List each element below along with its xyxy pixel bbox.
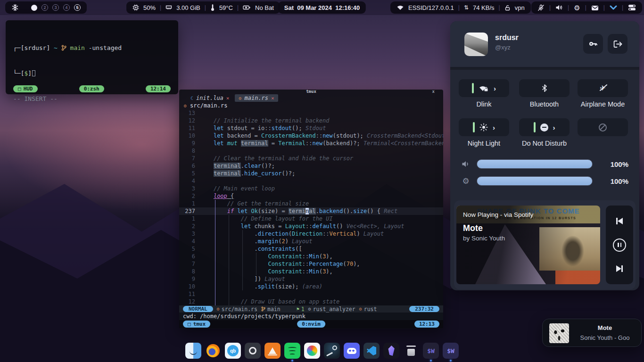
lsp-name: rust_analyzer (313, 306, 355, 313)
code-area[interactable]: 1312 // Initialize the terminal backend1… (179, 109, 443, 305)
avatar (464, 33, 488, 56)
chevron-down-icon[interactable] (610, 5, 617, 10)
track-title: Mote (463, 223, 483, 233)
logout-button[interactable] (608, 34, 627, 54)
rust-file-icon: ⚙ (239, 96, 241, 101)
tmux-session-pill[interactable]: □HUD (13, 85, 38, 92)
media-controls (606, 206, 633, 284)
workspace-4[interactable]: 4 (63, 4, 70, 11)
dock-item-steam[interactable] (324, 343, 340, 359)
previous-track-button[interactable] (612, 214, 627, 228)
distro-logo-icon[interactable] (11, 4, 19, 11)
chevron-right-icon[interactable]: › (494, 84, 496, 92)
tmux-session-pill[interactable]: □tmux (183, 321, 210, 328)
running-indicator (430, 360, 432, 362)
toggle-disabled[interactable] (578, 118, 628, 136)
track-artist: by Sonic Youth (463, 235, 505, 242)
tmux-window-pill[interactable]: 0:zsh (79, 85, 104, 92)
user-name: srdusr (495, 33, 519, 42)
editor-window[interactable]: tmux x ☾ init.lua × ⚙ main.rs × ⚙ src/ma… (179, 90, 443, 329)
network-module: ESSID/127.0.0.1 | ⇅ 74 KB/s | vpn (390, 1, 531, 14)
brightness-slider[interactable] (477, 176, 593, 186)
tmux-window-pill[interactable]: 0:nvim (297, 321, 325, 328)
settings-gear-icon[interactable]: ⚙ (574, 4, 580, 11)
volume-icon[interactable] (555, 4, 563, 11)
dock-item-obsidian[interactable] (383, 343, 399, 359)
toggle-night-light[interactable]: › (459, 118, 509, 136)
dock-item-photos[interactable] (304, 343, 320, 359)
code-line: 7 // Clear the terminal and hide the cur… (179, 155, 443, 162)
bluetooth-off-icon (541, 84, 548, 92)
chevron-right-icon[interactable]: › (493, 123, 495, 132)
window-title: tmux (306, 90, 316, 94)
vpn-lock-icon (504, 5, 511, 11)
next-track-button[interactable] (612, 262, 627, 276)
tray-module: | | ⚙ | | | (531, 1, 642, 14)
net-speed-icon: ⇅ (464, 4, 469, 11)
dock-item-spotify[interactable] (284, 343, 300, 359)
workspace-1-active[interactable] (31, 5, 37, 11)
panel-divider (450, 67, 639, 70)
date-time: Sat 09 Mar 2024 12:16:40 (284, 4, 360, 11)
code-line: 237 if let Ok(size) = terminal.backend()… (179, 207, 443, 215)
git-branch-icon (61, 44, 66, 51)
notification-album-thumbnail (549, 323, 569, 343)
dock-item-vscode[interactable] (363, 343, 380, 359)
tab-close-icon[interactable]: × (271, 95, 274, 101)
microphone-muted-icon[interactable] (537, 4, 545, 11)
album-art[interactable]: SHAPE OF PUNK TO COME A CHIMERICAL BOMBI… (456, 206, 600, 284)
dock-item-obs[interactable] (245, 343, 261, 359)
diagnostic-count: 1 (301, 306, 305, 313)
code-line: 11 (179, 290, 443, 298)
toggle-do-not-disturb[interactable]: › (519, 118, 570, 136)
pause-button[interactable] (612, 238, 627, 252)
tab-close-icon[interactable]: × (226, 95, 230, 101)
tab-init-lua[interactable]: ☾ init.lua × (187, 94, 233, 102)
terminal-window[interactable]: ┌─[srdusr] ~ main -unstaged └─[$] -- INS… (6, 20, 178, 94)
temperature: 59°C (219, 4, 233, 11)
toggles-icon[interactable] (628, 4, 636, 11)
clock-module[interactable]: Sat 09 Mar 2024 12:16:40 (278, 1, 366, 14)
toggle-wifi-dlink[interactable]: › (459, 79, 509, 97)
code-line: 4 .margin(2) Layout (179, 238, 443, 245)
network-name: ESSID/127.0.0.1 (408, 4, 454, 11)
toggle-label-bluetooth: Bluetooth (514, 100, 574, 108)
dock-item-discord[interactable] (344, 343, 360, 359)
notification-popup[interactable]: Mote Sonic Youth - Goo (542, 319, 642, 347)
toggle-airplane-mode[interactable]: ✈ (578, 79, 628, 97)
chevron-right-icon[interactable]: › (553, 123, 555, 132)
user-handle: @xyz (495, 44, 511, 51)
filetype-icon: ⚙ (359, 306, 362, 312)
toggle-label-dnd: Do Not Disturb (514, 140, 574, 147)
volume-slider[interactable] (477, 159, 593, 169)
dock-item-vlc[interactable] (264, 343, 281, 359)
dock-item-wallet-1[interactable]: $W (423, 343, 439, 359)
code-line: 1 // Define layout for the UI (179, 215, 443, 222)
notification-title: Mote (572, 324, 638, 331)
code-line: 6 terminal.clear()?; (179, 162, 443, 170)
dock-item-qbittorrent[interactable]: qb (225, 343, 241, 359)
toggle-bluetooth[interactable] (519, 79, 570, 97)
dock-item-firefox[interactable] (205, 343, 221, 359)
dock-item-wallet-2[interactable]: $W (443, 343, 459, 359)
tmux-clock-pill: 12:13 (414, 321, 439, 328)
editor-winbar: ⚙ src/main.rs (179, 102, 443, 109)
code-line: 1 // Get the terminal size (179, 200, 443, 207)
night-light-sun-icon (479, 123, 488, 132)
code-line: 7 Constraint::Percentage(70), (179, 260, 443, 268)
workspace-5-focused[interactable]: 5 (74, 4, 81, 11)
tab-main-rs[interactable]: ⚙ main.rs × (235, 94, 278, 102)
workspace-2[interactable]: 2 (41, 4, 48, 11)
code-line: 11 let stdout = io::stdout(); Stdout (179, 124, 443, 132)
workspace-3[interactable]: 3 (52, 4, 59, 11)
code-line: 2 let chunks = Layout::default() Vec<Rec… (179, 222, 443, 230)
dock-item-trash[interactable] (403, 343, 419, 359)
code-line: 10 .split(size); (area) (179, 283, 443, 290)
cpu-usage: 50% (143, 4, 156, 11)
dock-item-file-manager[interactable] (185, 343, 201, 359)
code-line: 5 terminal.hide_cursor()?; (179, 170, 443, 177)
password-key-button[interactable] (583, 34, 603, 54)
brightness-value: 100% (599, 177, 628, 185)
mail-icon[interactable] (591, 5, 599, 11)
window-close-button[interactable]: x (432, 90, 435, 94)
